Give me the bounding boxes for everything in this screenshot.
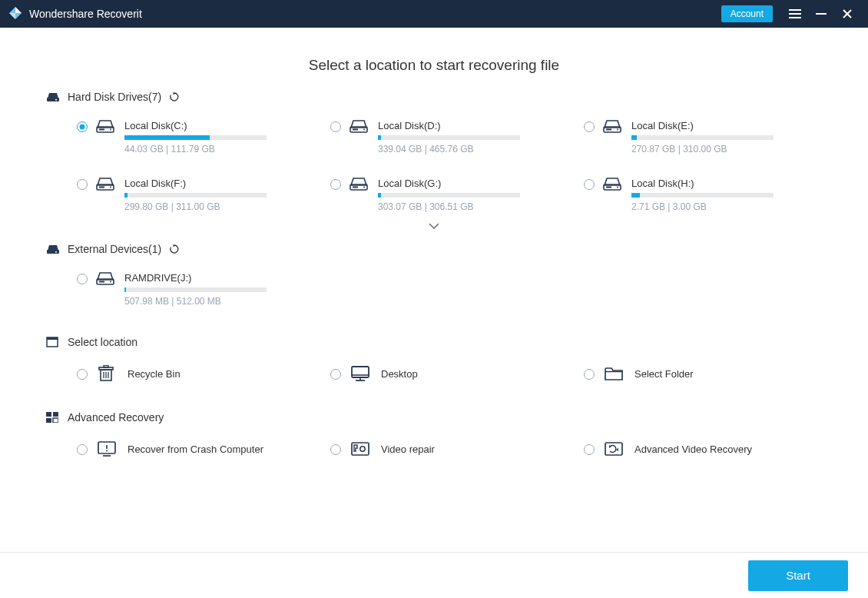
- svg-point-20: [617, 129, 618, 131]
- usage-bar: [124, 287, 267, 292]
- drive-size: 507.98 MB | 512.00 MB: [124, 296, 315, 307]
- svg-point-17: [363, 129, 365, 131]
- hdd-item[interactable]: Local Disk(H:) 2.71 GB | 3.00 GB: [584, 178, 822, 212]
- svg-point-58: [360, 447, 365, 451]
- usage-bar: [378, 193, 520, 198]
- radio-button[interactable]: [330, 369, 341, 380]
- usage-bar: [124, 193, 267, 198]
- menu-button[interactable]: [782, 0, 808, 28]
- location-item-icon: [350, 365, 372, 382]
- refresh-icon[interactable]: [169, 91, 180, 102]
- drive-size: 270.87 GB | 310.00 GB: [631, 144, 822, 154]
- svg-rect-40: [104, 366, 108, 368]
- usage-bar: [124, 135, 267, 140]
- usage-bar: [631, 135, 774, 140]
- account-button[interactable]: Account: [721, 5, 773, 22]
- location-item-label: Recycle Bin: [128, 368, 181, 380]
- radio-button[interactable]: [77, 121, 88, 132]
- hdd-item[interactable]: Local Disk(F:) 299.80 GB | 311.00 GB: [77, 178, 315, 212]
- advanced-item-label: Advanced Video Recovery: [634, 444, 752, 455]
- drive-name: Local Disk(D:): [378, 120, 568, 131]
- section-header-hdd: Hard Disk Drives(7): [46, 91, 822, 103]
- svg-rect-30: [47, 250, 59, 254]
- svg-rect-31: [55, 251, 57, 253]
- svg-rect-59: [605, 443, 622, 455]
- svg-rect-37: [47, 337, 58, 340]
- svg-marker-1: [15, 7, 22, 13]
- radio-button[interactable]: [77, 444, 88, 455]
- drive-size: 303.07 GB | 306.51 GB: [378, 201, 568, 212]
- radio-button[interactable]: [584, 369, 595, 380]
- radio-button[interactable]: [77, 274, 88, 284]
- drive-icon: [349, 176, 370, 191]
- svg-rect-44: [352, 367, 369, 377]
- hdd-item[interactable]: Local Disk(G:) 303.07 GB | 306.51 GB: [330, 178, 568, 212]
- drive-icon: [349, 118, 370, 134]
- drive-name: Local Disk(G:): [378, 178, 568, 189]
- svg-rect-3: [789, 9, 801, 11]
- titlebar: Wondershare Recoverit Account: [0, 0, 868, 28]
- location-item[interactable]: Desktop: [330, 365, 568, 382]
- footer: Start: [0, 552, 868, 598]
- usage-bar: [631, 193, 774, 198]
- svg-rect-49: [46, 412, 51, 417]
- radio-button[interactable]: [584, 444, 595, 455]
- section-label-external: External Devices(1): [68, 243, 161, 255]
- advanced-item[interactable]: Advanced Video Recovery: [584, 440, 822, 457]
- section-header-external: External Devices(1): [46, 243, 822, 255]
- svg-rect-6: [816, 13, 827, 15]
- location-item-icon: [604, 366, 625, 381]
- drive-icon: [95, 176, 117, 191]
- svg-rect-50: [53, 412, 58, 417]
- location-item[interactable]: Select Folder: [584, 365, 822, 382]
- hdd-item[interactable]: Local Disk(C:) 44.03 GB | 111.79 GB: [77, 120, 315, 154]
- drive-name: Local Disk(E:): [631, 120, 822, 131]
- advanced-item[interactable]: Recover from Crash Computer: [77, 440, 315, 457]
- svg-rect-22: [99, 187, 104, 188]
- svg-rect-28: [606, 187, 611, 188]
- advanced-item-icon: [350, 440, 372, 457]
- svg-point-26: [363, 187, 365, 188]
- svg-rect-52: [53, 418, 58, 423]
- radio-button[interactable]: [330, 444, 341, 455]
- advanced-item-label: Recover from Crash Computer: [128, 444, 263, 455]
- drive-icon: [602, 118, 624, 134]
- svg-rect-9: [47, 98, 59, 101]
- start-button[interactable]: Start: [748, 560, 848, 591]
- drive-size: 2.71 GB | 3.00 GB: [631, 201, 822, 212]
- hdd-section-icon: [46, 91, 60, 103]
- advanced-section-icon: [46, 411, 60, 424]
- minimize-button[interactable]: [808, 0, 834, 28]
- drive-size: 339.04 GB | 465.76 GB: [378, 144, 568, 154]
- radio-button[interactable]: [584, 179, 595, 190]
- close-button[interactable]: [834, 0, 860, 28]
- location-grid: Recycle Bin Desktop Select Folder: [77, 365, 822, 382]
- hdd-item[interactable]: Local Disk(D:) 339.04 GB | 465.76 GB: [330, 120, 568, 154]
- svg-point-23: [110, 187, 111, 188]
- radio-button[interactable]: [77, 179, 88, 190]
- external-item[interactable]: RAMDRIVE(J:) 507.98 MB | 512.00 MB: [77, 272, 315, 307]
- drive-size: 44.03 GB | 111.79 GB: [124, 144, 315, 154]
- hdd-item[interactable]: Local Disk(E:) 270.87 GB | 310.00 GB: [584, 120, 822, 154]
- radio-button[interactable]: [77, 369, 88, 380]
- radio-button[interactable]: [330, 121, 341, 132]
- drive-icon: [95, 271, 117, 286]
- svg-rect-25: [353, 187, 358, 188]
- section-header-advanced: Advanced Recovery: [46, 411, 822, 424]
- radio-button[interactable]: [330, 179, 341, 190]
- page-title: Select a location to start recovering fi…: [46, 57, 822, 74]
- section-label-location: Select location: [68, 336, 137, 348]
- logo-icon: [8, 5, 23, 23]
- section-header-location: Select location: [46, 336, 822, 348]
- expand-hdd-button[interactable]: [46, 220, 822, 234]
- refresh-icon[interactable]: [169, 244, 180, 254]
- location-item[interactable]: Recycle Bin: [77, 365, 315, 382]
- advanced-item-icon: [604, 440, 625, 457]
- svg-rect-16: [353, 129, 358, 131]
- location-item-label: Desktop: [381, 368, 418, 380]
- svg-rect-13: [99, 129, 104, 131]
- drive-name: Local Disk(F:): [124, 178, 315, 189]
- svg-point-14: [110, 129, 111, 131]
- advanced-item[interactable]: Video repair: [330, 440, 568, 457]
- radio-button[interactable]: [584, 121, 595, 132]
